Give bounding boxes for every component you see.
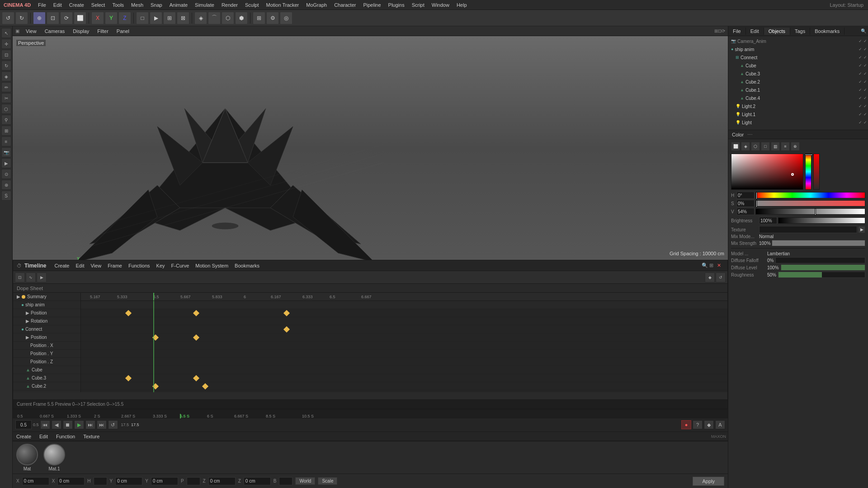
color-mode-6[interactable]: ≡ xyxy=(781,142,790,151)
sidebar-knife[interactable]: ✂ xyxy=(1,93,11,103)
obj-light2[interactable]: 💡 Light.2 ✓ ✓ xyxy=(729,102,867,110)
z-axis-btn[interactable]: Z xyxy=(118,12,131,24)
spline-btn[interactable]: ⌒ xyxy=(208,12,221,24)
color-mode-7[interactable]: ⊕ xyxy=(791,142,800,151)
menu-item-simulate[interactable]: Simulate xyxy=(191,1,218,9)
tab-file[interactable]: File xyxy=(728,28,746,35)
mat-menu-create[interactable]: Create xyxy=(14,433,33,440)
texture-btn[interactable]: ▶ xyxy=(858,226,865,233)
menu-item-file[interactable]: File xyxy=(34,1,50,9)
sidebar-camera[interactable]: 📷 xyxy=(1,147,11,157)
track-cube1[interactable]: ▲ Cube.1 xyxy=(13,390,80,392)
gen-btn[interactable]: ⬡ xyxy=(222,12,234,24)
track-pos-y[interactable]: Position . Y xyxy=(13,350,80,358)
brightness-bar[interactable] xyxy=(778,217,865,224)
poly-btn[interactable]: ◈ xyxy=(194,12,207,24)
track-rotation[interactable]: ▶ Rotation xyxy=(13,317,80,325)
apply-button[interactable]: Apply xyxy=(693,477,724,486)
color-mode-5[interactable]: ▥ xyxy=(771,142,780,151)
mat-menu-texture[interactable]: Texture xyxy=(81,433,101,440)
y-axis-btn[interactable]: Y xyxy=(105,12,118,24)
coord-x2-input[interactable] xyxy=(57,477,85,485)
track-ship-anim[interactable]: ● ship anim xyxy=(13,301,80,309)
anim-start-btn[interactable]: ⏮ xyxy=(40,420,50,429)
color-mode-1[interactable]: ⬜ xyxy=(731,142,740,151)
undo-btn[interactable]: ↺ xyxy=(2,12,14,24)
brightness-input[interactable] xyxy=(759,217,777,224)
world-btn[interactable]: World xyxy=(295,477,315,485)
s-bar[interactable] xyxy=(755,200,865,206)
kf-ship-2[interactable] xyxy=(193,310,199,316)
s-input[interactable] xyxy=(736,200,755,207)
color-mode-2[interactable]: ◈ xyxy=(741,142,750,151)
scene-btn[interactable]: ⊞ xyxy=(253,12,265,24)
coord-b-input[interactable] xyxy=(279,477,292,485)
menu-item-snap[interactable]: Snap xyxy=(147,1,166,9)
move-btn[interactable]: ⊕ xyxy=(33,12,46,24)
anim-play-btn[interactable]: ▶ xyxy=(74,420,84,429)
rough-bar[interactable] xyxy=(778,272,865,278)
scale-btn[interactable]: ⊡ xyxy=(47,12,59,24)
menu-item-script[interactable]: Script xyxy=(408,1,428,9)
obj-cube3[interactable]: ▲ Cube.3 ✓ ✓ xyxy=(729,70,867,78)
coord-y2-input[interactable] xyxy=(151,477,178,485)
redo-btn[interactable]: ↻ xyxy=(15,12,28,24)
h-input[interactable] xyxy=(736,192,755,199)
tl-play-btn[interactable]: ▶ xyxy=(37,272,47,282)
df-bar[interactable] xyxy=(775,257,865,263)
obj-light[interactable]: 💡 Light ✓ ✓ xyxy=(729,118,867,127)
mat-item-1[interactable]: Mat xyxy=(16,444,38,471)
menu-item-animate[interactable]: Animate xyxy=(166,1,191,9)
tab-bookmarks[interactable]: Bookmarks xyxy=(810,28,844,35)
sidebar-anim[interactable]: ▶ xyxy=(1,158,11,168)
mat-menu-function[interactable]: Function xyxy=(54,433,77,440)
keyframe-area[interactable]: 5.167 5.333 5.5 5.667 5.833 6 6.167 6.33… xyxy=(81,293,727,392)
menu-item-render[interactable]: Render xyxy=(218,1,241,9)
menu-item-tools[interactable]: Tools xyxy=(108,1,127,9)
menu-item-mograph[interactable]: MoGraph xyxy=(302,1,330,9)
viewport-menu-view[interactable]: View xyxy=(24,28,38,34)
tl-dope-btn[interactable]: ⊡ xyxy=(15,272,25,282)
alpha-slider[interactable] xyxy=(813,154,820,190)
tl-menu-frame[interactable]: Frame xyxy=(105,262,125,269)
anim-timeline[interactable]: 0.5 0.667 S 1.333 S 2 S 2.667 S 3.333 S … xyxy=(13,409,728,418)
tl-menu-view[interactable]: View xyxy=(88,262,104,269)
menu-item-edit[interactable]: Edit xyxy=(50,1,66,9)
dl-bar[interactable] xyxy=(781,264,865,271)
kf-cube3-2[interactable] xyxy=(202,383,208,389)
sidebar-mirror[interactable]: ⊞ xyxy=(1,126,11,136)
scale-btn2[interactable]: Scale xyxy=(318,477,337,485)
hue-slider[interactable] xyxy=(805,154,811,190)
sidebar-select[interactable]: ↖ xyxy=(1,28,11,38)
texture-slot[interactable] xyxy=(759,226,857,233)
sidebar-hair[interactable]: ≡ xyxy=(1,136,11,146)
track-pos-x[interactable]: Position . X xyxy=(13,342,80,350)
key-btn[interactable]: ◆ xyxy=(704,420,714,429)
obj-ship-anim[interactable]: ● ship anim ✓ ✓ xyxy=(729,45,867,53)
track-cube3[interactable]: ▲ Cube.3 xyxy=(13,374,80,382)
menu-item-help[interactable]: Help xyxy=(453,1,471,9)
menu-item-mesh[interactable]: Mesh xyxy=(127,1,147,9)
viewport-menu-cameras[interactable]: Cameras xyxy=(43,28,67,34)
help-btn[interactable]: ? xyxy=(693,420,703,429)
viewport-menu-panel[interactable]: Panel xyxy=(115,28,131,34)
kf-rot-1[interactable] xyxy=(283,326,290,333)
coord-p-input[interactable] xyxy=(187,477,200,485)
obj-cube1[interactable]: ▲ Cube.1 ✓ ✓ xyxy=(729,86,867,94)
sidebar-ik[interactable]: ⊛ xyxy=(1,180,11,190)
sidebar-poly[interactable]: ◈ xyxy=(1,71,11,81)
auto-key-btn[interactable]: A xyxy=(715,420,725,429)
obj-camera-anim[interactable]: 📷 Camera_Anim ✓ ✓ xyxy=(729,37,867,45)
menu-item-sculpt[interactable]: Sculpt xyxy=(241,1,263,9)
tl-loop-btn[interactable]: ↺ xyxy=(716,272,726,282)
viewport-menu-filter[interactable]: Filter xyxy=(95,28,110,34)
sidebar-scale[interactable]: ⊡ xyxy=(1,50,11,60)
light-btn[interactable]: ◎ xyxy=(280,12,292,24)
tl-key-btn[interactable]: ◆ xyxy=(705,272,715,282)
record-btn[interactable]: ● xyxy=(681,420,691,429)
kf-ship-1[interactable] xyxy=(125,310,132,316)
sidebar-magnet[interactable]: ⚲ xyxy=(1,115,11,125)
deform-btn[interactable]: ⬢ xyxy=(235,12,248,24)
menu-item-create[interactable]: Create xyxy=(66,1,88,9)
menu-item-character[interactable]: Character xyxy=(330,1,359,9)
